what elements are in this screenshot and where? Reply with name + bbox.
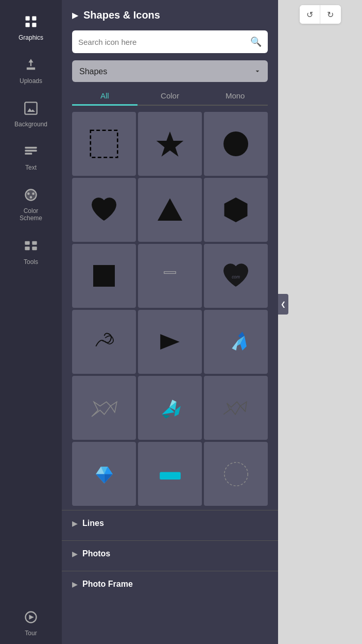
shape-origami-bird-outline[interactable]	[72, 376, 136, 440]
svg-rect-23	[164, 272, 176, 274]
svg-rect-45	[160, 472, 181, 480]
section-photo-frame[interactable]: ▶ Photo Frame	[62, 571, 278, 597]
section-lines[interactable]: ▶ Lines	[62, 510, 278, 536]
shape-line[interactable]	[138, 244, 202, 308]
svg-rect-12	[25, 241, 29, 244]
svg-marker-30	[92, 402, 111, 416]
svg-rect-22	[93, 265, 115, 287]
svg-rect-1	[32, 16, 36, 21]
section-lines-label: Lines	[82, 519, 104, 528]
svg-point-9	[27, 192, 30, 195]
uploads-icon	[22, 56, 40, 74]
svg-rect-13	[25, 246, 29, 250]
search-input[interactable]	[78, 38, 250, 46]
shape-blue-bird[interactable]	[204, 310, 268, 374]
sidebar-item-tools[interactable]: Tools	[0, 229, 62, 273]
search-icon: 🔍	[250, 36, 262, 47]
shape-gem[interactable]	[72, 442, 136, 506]
sidebar-item-text[interactable]: Text	[0, 135, 62, 178]
section-photos-label: Photos	[82, 549, 110, 558]
sidebar: Graphics Uploads Background Text ColorSc…	[0, 0, 62, 644]
svg-marker-37	[223, 402, 240, 414]
svg-marker-31	[110, 402, 116, 412]
shape-triangle[interactable]	[138, 178, 202, 242]
graphics-icon	[22, 12, 40, 31]
tour-icon	[22, 608, 40, 626]
lines-arrow-icon: ▶	[72, 520, 77, 527]
svg-rect-5	[25, 147, 37, 149]
sidebar-label-graphics: Graphics	[19, 34, 43, 41]
svg-line-39	[240, 406, 245, 411]
shape-dotted-circle[interactable]	[204, 442, 268, 506]
undo-redo-bar: ↺ ↻	[300, 5, 341, 24]
sidebar-label-uploads: Uploads	[20, 77, 42, 85]
svg-rect-17	[91, 130, 118, 158]
shape-hummingbird[interactable]	[138, 376, 202, 440]
collapse-arrow[interactable]: ❮	[278, 294, 288, 315]
panel-header: ▶ Shapes & Icons	[62, 0, 278, 30]
undo-button[interactable]: ↺	[300, 5, 320, 24]
svg-point-10	[32, 192, 35, 195]
shape-dashed-rect[interactable]	[72, 112, 136, 176]
svg-rect-0	[26, 16, 30, 21]
tab-all[interactable]: All	[72, 87, 137, 106]
shape-hexagon[interactable]	[204, 178, 268, 242]
svg-point-11	[30, 196, 32, 199]
svg-rect-14	[32, 241, 37, 244]
svg-rect-3	[32, 23, 36, 27]
shape-circle[interactable]	[204, 112, 268, 176]
svg-text:com: com	[232, 275, 240, 279]
right-panel: ↺ ↻	[278, 0, 362, 644]
section-photo-frame-label: Photo Frame	[82, 580, 133, 589]
shape-square[interactable]	[72, 244, 136, 308]
svg-point-19	[223, 131, 248, 156]
search-bar: 🔍	[72, 30, 268, 53]
sidebar-item-tour[interactable]: Tour	[0, 601, 62, 644]
shape-heart-outline[interactable]: com	[204, 244, 268, 308]
redo-button[interactable]: ↻	[320, 5, 341, 24]
tab-color[interactable]: Color	[137, 87, 203, 106]
shape-geometric-bird[interactable]	[204, 376, 268, 440]
sidebar-label-tools: Tools	[24, 258, 38, 266]
shape-heart-swirl[interactable]	[72, 310, 136, 374]
svg-rect-4	[25, 102, 37, 114]
svg-rect-6	[25, 150, 37, 152]
svg-rect-2	[26, 23, 30, 27]
shape-blue-bar[interactable]	[138, 442, 202, 506]
photos-arrow-icon: ▶	[72, 550, 77, 558]
svg-marker-25	[160, 334, 180, 350]
shapes-dropdown[interactable]: Shapes Icons All	[72, 60, 268, 82]
svg-rect-7	[25, 153, 32, 155]
text-icon	[22, 142, 40, 161]
tabs-row: All Color Mono	[72, 87, 268, 106]
shape-arrow-triangle[interactable]	[138, 310, 202, 374]
panel-title: Shapes & Icons	[83, 9, 160, 21]
sidebar-item-color-scheme[interactable]: ColorScheme	[0, 178, 62, 229]
sidebar-label-text: Text	[25, 164, 37, 171]
svg-marker-21	[225, 197, 248, 222]
svg-rect-15	[32, 246, 37, 250]
shape-heart[interactable]	[72, 178, 136, 242]
tab-mono[interactable]: Mono	[202, 87, 268, 106]
tools-icon	[22, 237, 40, 255]
dropdown-wrap: Shapes Icons All	[72, 60, 268, 82]
sidebar-item-background[interactable]: Background	[0, 92, 62, 135]
panel-back-arrow[interactable]: ▶	[72, 10, 78, 20]
sidebar-item-graphics[interactable]: Graphics	[0, 5, 62, 48]
svg-point-46	[224, 462, 248, 486]
background-icon	[22, 99, 40, 118]
shape-star[interactable]	[138, 112, 202, 176]
sidebar-item-uploads[interactable]: Uploads	[0, 48, 62, 92]
shapes-grid: com	[62, 112, 278, 506]
svg-marker-20	[158, 199, 182, 221]
sidebar-label-background: Background	[14, 121, 47, 128]
sidebar-label-color-scheme: ColorScheme	[20, 207, 42, 222]
sidebar-label-tour: Tour	[25, 630, 37, 637]
section-photos[interactable]: ▶ Photos	[62, 540, 278, 567]
main-panel: ▶ Shapes & Icons 🔍 Shapes Icons All All …	[62, 0, 278, 644]
svg-marker-18	[157, 131, 184, 157]
svg-marker-44	[104, 474, 112, 483]
photo-frame-arrow-icon: ▶	[72, 581, 77, 588]
svg-marker-36	[162, 414, 170, 418]
svg-marker-43	[96, 474, 104, 483]
